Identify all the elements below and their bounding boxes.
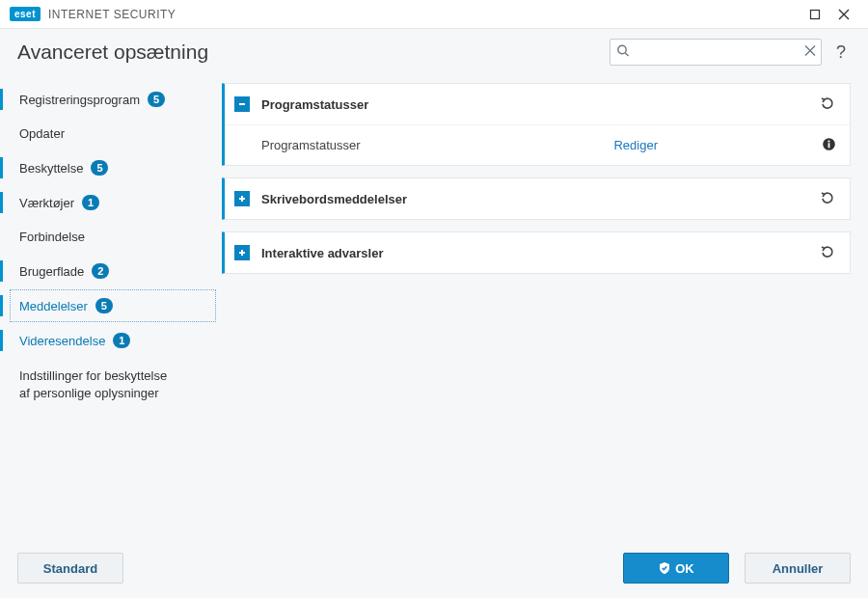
sidebar-item-label: Registreringsprogram	[19, 93, 140, 107]
panel-title: Interaktive advarsler	[261, 246, 383, 260]
sidebar-badge: 1	[113, 333, 130, 348]
expand-icon	[234, 191, 250, 206]
sidebar-item-brugerflade[interactable]: Brugerflade 2	[10, 255, 216, 287]
ok-button-label: OK	[675, 561, 694, 576]
cancel-button[interactable]: Annuller	[745, 553, 851, 584]
close-icon	[838, 9, 850, 20]
window-close-button[interactable]	[829, 4, 858, 25]
sidebar-item-beskyttelse[interactable]: Beskyttelse 5	[10, 151, 216, 184]
info-icon	[822, 137, 836, 151]
sidebar-item-label: Værktøjer	[19, 196, 74, 210]
title-bar: eset INTERNET SECURITY	[0, 0, 868, 29]
panel-reset-button[interactable]	[819, 95, 836, 113]
footer: Standard OK Annuller	[0, 538, 868, 598]
square-icon	[809, 9, 821, 20]
undo-icon	[819, 190, 836, 207]
sidebar-badge: 5	[95, 298, 113, 313]
header-row: Avanceret opsætning ?	[0, 29, 868, 69]
default-button[interactable]: Standard	[17, 553, 123, 584]
sidebar-badge: 1	[82, 195, 99, 210]
ok-button[interactable]: OK	[623, 553, 729, 584]
collapse-icon	[234, 96, 250, 112]
svg-rect-4	[828, 143, 830, 148]
sidebar-item-label: af personlige oplysninger	[19, 385, 206, 402]
search-input[interactable]	[610, 39, 822, 66]
shield-icon	[658, 561, 671, 575]
row-label: Programstatusser	[261, 138, 361, 152]
sidebar-item-meddelelser[interactable]: Meddelelser 5	[10, 289, 216, 322]
sidebar-item-label: Videresendelse	[19, 334, 105, 348]
svg-point-3	[827, 140, 829, 142]
sidebar-item-videresendelse[interactable]: Videresendelse 1	[10, 324, 216, 357]
help-button[interactable]: ?	[831, 42, 851, 63]
sidebar-item-label: Indstillinger for beskyttelse	[19, 367, 206, 385]
sidebar-badge: 5	[148, 92, 165, 107]
sidebar: Registreringsprogram 5 Opdater Beskyttel…	[10, 83, 222, 538]
undo-icon	[819, 244, 836, 261]
brand-logo: eset	[10, 7, 41, 21]
edit-link[interactable]: Rediger	[613, 138, 658, 152]
sidebar-badge: 2	[92, 263, 109, 279]
panel-toggle[interactable]: Programstatusser	[225, 84, 850, 124]
sidebar-badge: 5	[91, 160, 108, 176]
panel-programstatusser: Programstatusser Programstatusser Redige…	[222, 83, 851, 166]
product-name: INTERNET SECURITY	[48, 8, 176, 21]
sidebar-item-label: Beskyttelse	[19, 161, 83, 176]
panel-title: Skrivebordsmeddelelser	[261, 192, 407, 206]
setting-row-programstatusser: Programstatusser Rediger	[225, 124, 850, 165]
sidebar-item-forbindelse[interactable]: Forbindelse	[10, 221, 216, 253]
panel-toggle[interactable]: Interaktive advarsler	[225, 232, 850, 273]
panel-interaktive-advarsler: Interaktive advarsler	[222, 231, 851, 274]
sidebar-item-privacy[interactable]: Indstillinger for beskyttelse af personl…	[10, 359, 216, 410]
search-clear-button[interactable]	[804, 45, 816, 60]
sidebar-item-opdater[interactable]: Opdater	[10, 118, 216, 150]
svg-rect-0	[811, 10, 820, 18]
sidebar-item-vaerktoejer[interactable]: Værktøjer 1	[10, 186, 216, 219]
sidebar-item-registreringsprogram[interactable]: Registreringsprogram 5	[10, 83, 216, 116]
content-area: Programstatusser Programstatusser Redige…	[222, 83, 851, 538]
panel-toggle[interactable]: Skrivebordsmeddelelser	[225, 178, 850, 219]
sidebar-item-label: Brugerflade	[19, 264, 84, 279]
panel-reset-button[interactable]	[819, 190, 836, 207]
info-button[interactable]	[822, 137, 836, 154]
undo-icon	[819, 95, 836, 113]
page-title: Avanceret opsætning	[17, 41, 208, 64]
panel-title: Programstatusser	[261, 97, 368, 112]
search-wrap	[610, 39, 822, 66]
panel-reset-button[interactable]	[819, 244, 836, 261]
expand-icon	[234, 245, 250, 260]
sidebar-item-label: Opdater	[19, 126, 65, 141]
panel-skrivebordsmeddelelser: Skrivebordsmeddelelser	[222, 177, 851, 220]
sidebar-item-label: Meddelelser	[19, 299, 88, 313]
x-icon	[804, 45, 816, 57]
sidebar-item-label: Forbindelse	[19, 230, 85, 244]
window-maximize-button[interactable]	[800, 4, 829, 25]
